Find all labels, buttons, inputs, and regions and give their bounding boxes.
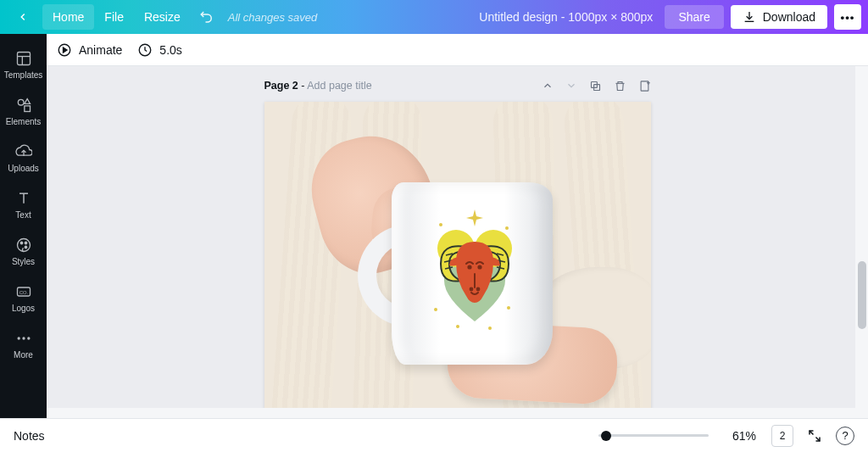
context-toolbar: Animate 5.0s [47,34,868,66]
undo-button[interactable] [199,9,214,25]
sidebar-item-more[interactable]: More [0,322,47,367]
vertical-scrollbar[interactable] [855,66,868,418]
svg-point-33 [488,326,492,330]
text-icon [15,190,32,207]
mockup-mug [358,182,544,377]
svg-point-10 [17,239,30,252]
animate-icon [57,42,72,58]
uploads-icon [15,143,32,160]
svg-text:CO.: CO. [19,290,28,295]
save-status: All changes saved [228,11,318,24]
download-button[interactable]: Download [731,5,827,29]
page-count-value: 2 [780,430,786,442]
duration-button[interactable]: 5.0s [137,42,181,58]
svg-point-17 [22,337,25,339]
zoom-knob[interactable] [601,431,611,441]
zoom-track[interactable] [598,434,709,437]
home-label: Home [53,10,84,24]
design-canvas[interactable] [264,102,651,411]
zoom-slider[interactable] [598,434,709,437]
notes-button[interactable]: Notes [14,429,45,443]
duration-label: 5.0s [159,43,181,57]
sidebar-item-label: Templates [4,70,43,80]
download-label: Download [763,10,815,24]
trash-icon [614,80,626,92]
sidebar-item-styles[interactable]: Styles [0,229,47,274]
svg-marker-27 [466,209,483,226]
document-title[interactable]: Untitled design - 1000px × 800px [479,10,653,24]
header-more-button[interactable]: ••• [834,4,861,30]
animate-label: Animate [79,43,122,57]
notes-label: Notes [14,429,45,443]
page-move-up-button[interactable] [542,80,554,92]
undo-icon [199,9,214,25]
svg-point-42 [468,265,470,268]
svg-point-31 [507,306,510,310]
fullscreen-button[interactable] [807,428,822,444]
logos-icon: CO. [15,283,32,300]
page-title[interactable]: Page 2 - Add page title [264,80,372,92]
header-left: Home File Resize All changes saved [7,0,317,34]
ellipsis-icon: ••• [841,11,855,24]
svg-point-4 [18,99,24,105]
share-button[interactable]: Share [665,5,723,29]
delete-page-button[interactable] [614,80,626,92]
sidebar-item-label: Elements [6,117,42,126]
scrollbar-thumb[interactable] [858,261,866,329]
page-title-placeholder: Add page title [307,80,371,92]
svg-point-13 [25,246,27,248]
help-button[interactable]: ? [836,427,854,445]
back-button[interactable] [7,0,39,34]
canvas-photo-background [264,102,651,411]
ram-icon [424,208,526,335]
svg-point-12 [25,242,27,244]
sidebar-item-text[interactable]: Text [0,182,47,227]
canvas-area: Page 2 - Add page title [47,66,868,418]
resize-menu[interactable]: Resize [134,0,191,34]
svg-point-16 [17,337,19,339]
add-page-button[interactable] [638,80,651,92]
bottom-bar: Notes 61% 2 ? [0,418,868,452]
animate-button[interactable]: Animate [57,42,122,58]
page-actions [542,80,651,92]
sidebar-item-templates[interactable]: Templates [0,42,47,87]
clock-icon [137,42,153,58]
share-label: Share [678,10,709,24]
fullscreen-icon [807,428,822,444]
svg-point-43 [478,265,481,268]
sidebar-item-label: Styles [12,257,35,266]
svg-point-18 [27,337,30,339]
home-button[interactable]: Home [42,4,94,30]
top-header: Home File Resize All changes saved Untit… [0,0,868,34]
more-icon [15,330,32,347]
sidebar-item-elements[interactable]: Elements [0,89,47,134]
page-count-button[interactable]: 2 [771,425,793,447]
sidebar-item-label: Uploads [8,164,39,173]
templates-icon [15,50,32,67]
chevron-down-icon [565,80,577,92]
styles-icon [15,237,32,254]
page-move-down-button[interactable] [565,80,577,92]
page-header: Page 2 - Add page title [264,75,651,97]
zoom-percent[interactable]: 61% [722,429,756,443]
resize-label: Resize [144,10,181,24]
file-menu[interactable]: File [94,0,134,34]
elements-icon [15,97,32,114]
page-number: Page 2 [264,80,298,92]
horizontal-scrollbar[interactable] [47,408,855,418]
svg-rect-5 [24,106,30,112]
ram-graphic[interactable] [424,208,526,335]
page-sep: - [298,80,307,92]
svg-point-30 [434,308,437,311]
svg-marker-6 [24,99,30,104]
svg-point-45 [476,288,479,291]
svg-point-11 [20,242,23,244]
chevron-left-icon [17,11,29,23]
svg-point-29 [505,226,509,230]
duplicate-page-button[interactable] [589,80,602,92]
sidebar-item-label: Logos [12,304,35,313]
help-icon: ? [842,429,848,442]
sidebar-item-logos[interactable]: CO. Logos [0,276,47,321]
sidebar-item-uploads[interactable]: Uploads [0,136,47,181]
sidebar-item-label: More [14,350,33,360]
